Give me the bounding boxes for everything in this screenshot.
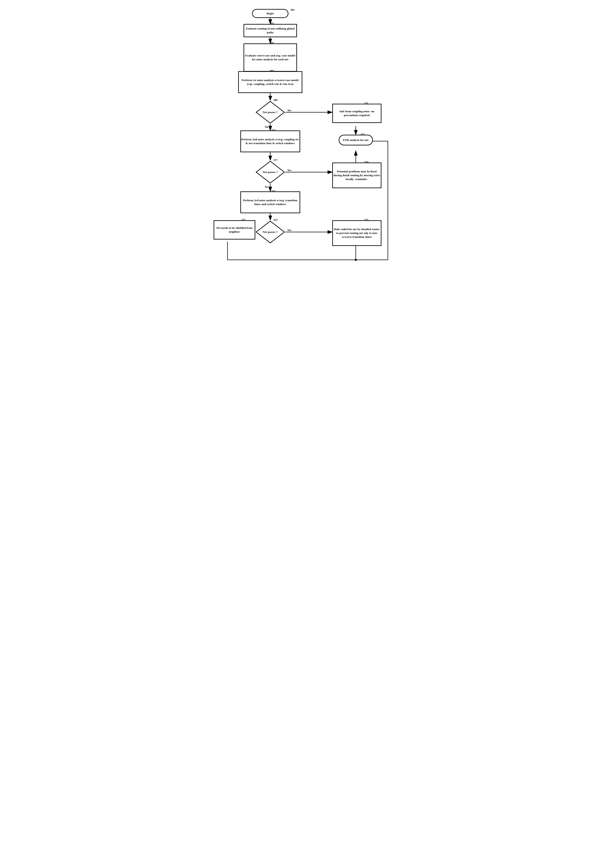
node-303: Estimate routing of nets utilizing globa…	[243, 24, 297, 37]
309-no-label: No	[265, 125, 268, 129]
svg-point-23	[355, 153, 357, 155]
node-305: Evaluate worst-case and avg.-case model …	[243, 43, 297, 71]
ref-323: 323	[274, 218, 278, 222]
ref-325: 325	[364, 218, 368, 222]
ref-327: 327	[241, 218, 246, 222]
node-315: END analysis for net	[339, 135, 373, 146]
node-325: Rule coded for use by detailed router to…	[332, 220, 381, 246]
svg-point-22	[355, 259, 357, 261]
node-321: Perform 3rd noise analysis w/avg. transi…	[240, 191, 300, 213]
node-307: Perform 1st noise analysis w/worst-case …	[238, 71, 302, 93]
ref-311: 311	[364, 102, 368, 105]
ref-301: 301	[291, 8, 295, 12]
309-yes-label: Yes	[287, 108, 291, 112]
node-313: Perform 2nd noise analysis w/avg. coupli…	[240, 130, 300, 152]
ref-315: 315	[361, 133, 365, 136]
node-323: Net passes ?	[255, 220, 285, 244]
node-311: Safe from coupling noise -no precautions…	[332, 104, 381, 123]
flowchart-diagram: Begin 301 Estimate routing of nets utili…	[211, 4, 403, 278]
ref-307: 307	[270, 69, 274, 73]
node-317: Net passes ?	[255, 160, 285, 184]
ref-319: 319	[364, 160, 368, 164]
ref-313: 313	[271, 128, 276, 132]
ref-321: 321	[271, 189, 276, 193]
begin-node: Begin	[252, 9, 288, 18]
node-309: Net passes ?	[255, 101, 285, 124]
ref-303: 303	[270, 22, 274, 25]
node-319: Potential problems may be fixed during d…	[332, 163, 381, 188]
node-327: Net needs to be shielded from neighbor	[214, 220, 255, 240]
317-yes-label: Yes	[287, 169, 291, 172]
317-no-label: No	[265, 185, 268, 189]
323-yes-label: Yes	[287, 228, 291, 232]
ref-309: 309	[274, 98, 278, 102]
ref-305: 305	[270, 41, 274, 45]
ref-317: 317	[274, 158, 278, 162]
